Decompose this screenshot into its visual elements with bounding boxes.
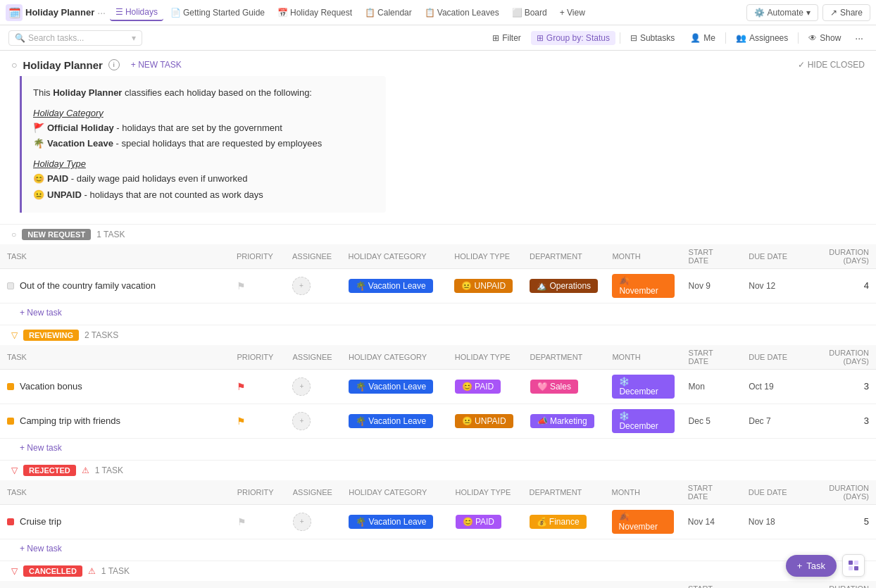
- add-task-row: + New task: [0, 539, 876, 561]
- toolbar: 🔍 Search tasks... ▾ ⊞ Filter ⊞ Group by:…: [0, 25, 876, 51]
- add-task-link[interactable]: + New task: [20, 308, 62, 318]
- group-header-reviewing: ▽ REVIEWING 2 TASKS: [0, 325, 876, 345]
- assignees-icon: 👥: [736, 33, 746, 43]
- table-cancelled: TASK PRIORITY ASSIGNEE HOLIDAY CATEGORY …: [0, 581, 876, 588]
- calendar-icon: 📋: [365, 8, 375, 18]
- table-row[interactable]: Vacation bonus ⚑ + 🌴 Vacation Leave 😊 PA…: [0, 369, 876, 404]
- task-name-cell: Out of the country family vacation: [0, 268, 230, 303]
- col-start: START DATE: [682, 244, 742, 269]
- add-view-btn[interactable]: + View: [554, 5, 591, 20]
- count-new-request: 1 TASK: [96, 230, 125, 239]
- holiday-request-icon: 📅: [277, 8, 288, 18]
- show-btn[interactable]: 👁 Show: [803, 31, 846, 45]
- group-rejected: ▽ REJECTED ⚠ 1 TASK TASK PRIORITY ASSIGN…: [0, 460, 876, 561]
- svg-rect-0: [849, 561, 853, 565]
- subtasks-icon: ⊟: [630, 33, 637, 43]
- automate-btn[interactable]: ⚙️ Automate ▾: [746, 4, 818, 21]
- col-duration: DURATION (DAYS): [795, 244, 876, 269]
- group-icon: ⊞: [537, 33, 544, 43]
- type-item-2: 😐UNPAID - holidays that are not counted …: [33, 188, 375, 203]
- count-reviewing: 2 TASKS: [85, 330, 118, 340]
- collapse-icon[interactable]: ○: [11, 59, 17, 70]
- tab-calendar[interactable]: 📋 Calendar: [359, 5, 418, 20]
- table-rejected: TASK PRIORITY ASSIGNEE HOLIDAY CATEGORY …: [0, 480, 876, 561]
- table-row[interactable]: Camping trip with friends ⚑ + 🌴 Vacation…: [0, 404, 876, 438]
- vacation-leaves-icon: 📋: [425, 8, 435, 18]
- table-reviewing: TASK PRIORITY ASSIGNEE HOLIDAY CATEGORY …: [0, 345, 876, 460]
- top-nav: 🗓️ Holiday Planner ··· ☰ Holidays 📄 Gett…: [0, 0, 876, 25]
- eye-icon: 👁: [808, 33, 817, 43]
- search-icon: 🔍: [15, 33, 25, 43]
- more-btn[interactable]: ···: [851, 30, 868, 46]
- collapse-cancelled[interactable]: ▽: [11, 566, 18, 576]
- col-month: MONTH: [605, 244, 681, 269]
- grid-icon: [848, 560, 859, 571]
- due-date-cell: Nov 12: [742, 268, 795, 303]
- tab-board[interactable]: ⬜ Board: [506, 5, 553, 20]
- collapse-new-request[interactable]: ○: [11, 230, 16, 239]
- group-header-rejected: ▽ REJECTED ⚠ 1 TASK: [0, 460, 876, 480]
- description-box: This Holiday Planner classifies each hol…: [20, 76, 386, 213]
- main-content: ○ Holiday Planner i + NEW TASK ✓ HIDE CL…: [0, 51, 876, 588]
- col-task: TASK: [0, 244, 230, 269]
- nav-dots[interactable]: ···: [97, 7, 106, 18]
- filter-icon: ⊞: [492, 33, 499, 43]
- share-btn[interactable]: ↗ Share: [822, 4, 870, 21]
- hide-closed-btn[interactable]: ✓ HIDE CLOSED: [798, 60, 865, 70]
- app-title: Holiday Planner: [25, 7, 94, 18]
- category-item-1: 🚩Official Holiday - holidays that are se…: [33, 121, 375, 136]
- count-rejected: 1 TASK: [95, 465, 123, 475]
- add-task-link[interactable]: + New task: [20, 544, 62, 553]
- month-cell: 🍂 November: [605, 268, 681, 303]
- me-btn[interactable]: 👤 Me: [684, 31, 721, 45]
- search-input[interactable]: 🔍 Search tasks... ▾: [8, 30, 142, 46]
- group-new-request: ○ NEW REQUEST 1 TASK TASK PRIORITY ASSIG…: [0, 224, 876, 325]
- add-task-row: + New task: [0, 438, 876, 460]
- filter-btn[interactable]: ⊞ Filter: [487, 31, 527, 45]
- table-new-request: TASK PRIORITY ASSIGNEE HOLIDAY CATEGORY …: [0, 244, 876, 325]
- add-task-link[interactable]: + New task: [20, 443, 62, 453]
- svg-rect-2: [849, 566, 853, 570]
- getting-started-icon: 📄: [170, 8, 181, 18]
- duration-cell: 4: [795, 268, 876, 303]
- type-item-1: 😊PAID - daily wage paid holidays even if…: [33, 172, 375, 187]
- col-holiday-cat: HOLIDAY CATEGORY: [342, 244, 448, 269]
- subtasks-btn[interactable]: ⊟ Subtasks: [625, 31, 680, 45]
- badge-cancelled: CANCELLED: [23, 565, 82, 577]
- holiday-cat-cell: 🌴 Vacation Leave: [342, 268, 448, 303]
- grid-layout-btn[interactable]: [842, 554, 865, 577]
- collapse-reviewing[interactable]: ▽: [11, 330, 18, 340]
- col-holiday-type: HOLIDAY TYPE: [447, 244, 523, 269]
- assignees-btn[interactable]: 👥 Assignees: [730, 31, 794, 45]
- badge-new-request: NEW REQUEST: [22, 229, 91, 240]
- board-icon: ⬜: [512, 8, 523, 18]
- info-icon[interactable]: i: [108, 59, 120, 70]
- page-title: Holiday Planner: [23, 59, 102, 71]
- table-row[interactable]: Out of the country family vacation ⚑ + 🌴…: [0, 268, 876, 303]
- me-icon: 👤: [690, 33, 701, 43]
- new-task-btn[interactable]: + NEW TASK: [125, 58, 187, 72]
- fab-task-btn[interactable]: + Task: [786, 555, 837, 577]
- priority-cell: ⚑: [230, 268, 285, 303]
- tab-holiday-request[interactable]: 📅 Holiday Request: [272, 5, 358, 20]
- table-row[interactable]: Cruise trip ⚑ + 🌴 Vacation Leave 😊 PAID …: [0, 504, 876, 539]
- tab-getting-started[interactable]: 📄 Getting Started Guide: [165, 5, 270, 20]
- holiday-type-cell: 😐 UNPAID: [447, 268, 523, 303]
- add-task-row: + New task: [0, 303, 876, 325]
- group-header-cancelled: ▽ CANCELLED ⚠ 1 TASK: [0, 561, 876, 581]
- col-dept: DEPARTMENT: [523, 244, 605, 269]
- tab-holidays[interactable]: ☰ Holidays: [110, 4, 163, 21]
- start-date-cell: Nov 9: [682, 268, 742, 303]
- svg-rect-3: [854, 566, 858, 570]
- tab-vacation-leaves[interactable]: 📋 Vacation Leaves: [419, 5, 505, 20]
- group-reviewing: ▽ REVIEWING 2 TASKS TASK PRIORITY ASSIGN…: [0, 325, 876, 460]
- group-by-btn[interactable]: ⊞ Group by: Status: [531, 31, 615, 45]
- assignee-cell[interactable]: +: [285, 268, 342, 303]
- collapse-rejected[interactable]: ▽: [11, 465, 18, 475]
- group-cancelled: ▽ CANCELLED ⚠ 1 TASK TASK PRIORITY ASSIG…: [0, 561, 876, 588]
- plus-icon: +: [797, 561, 803, 571]
- badge-reviewing: REVIEWING: [23, 330, 79, 341]
- category-item-2: 🌴Vacation Leave - special holidays that …: [33, 137, 375, 151]
- group-header-new-request: ○ NEW REQUEST 1 TASK: [0, 224, 876, 244]
- count-cancelled: 1 TASK: [101, 566, 130, 576]
